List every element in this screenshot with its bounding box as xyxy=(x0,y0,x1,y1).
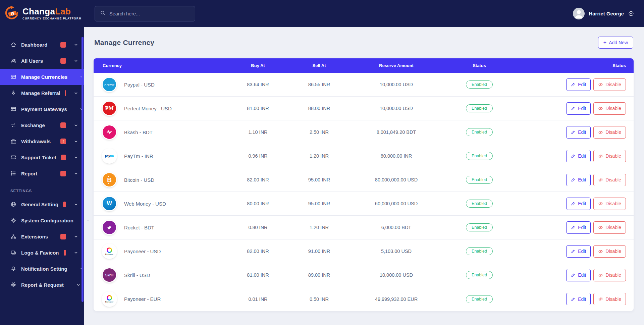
disable-button[interactable]: Disable xyxy=(593,245,626,258)
sidebar-nav: Dashboard All Users Manage Currencies Ma… xyxy=(0,37,84,181)
topbar: Harriet George xyxy=(84,0,644,27)
skrill-icon: Skrill xyxy=(103,268,116,282)
card-icon xyxy=(10,106,16,112)
disable-button[interactable]: Disable xyxy=(593,198,626,210)
sidebar-item-system-configuration[interactable]: System Configuration xyxy=(0,212,84,228)
sidebar-settings-nav: General Setting System Configuration Ext… xyxy=(0,196,84,293)
sidebar-item-dashboard[interactable]: Dashboard xyxy=(0,37,84,53)
currency-name: Bitcoin - USD xyxy=(124,177,154,183)
search-box[interactable] xyxy=(95,6,195,21)
disable-button[interactable]: Disable xyxy=(593,174,626,186)
disable-button[interactable]: Disable xyxy=(593,221,626,234)
table-row: Bkash - BDT 1.10 INR 2.50 INR 8,001,849.… xyxy=(94,120,634,144)
edit-button[interactable]: Edit xyxy=(566,102,591,115)
edit-button[interactable]: Edit xyxy=(566,126,591,139)
edit-button[interactable]: Edit xyxy=(566,221,591,234)
sidebar-item-manage-referral[interactable]: Manage Referral xyxy=(0,85,84,101)
currency-name: Payoneer - USD xyxy=(124,249,161,254)
table-row: Payoneer Payoneer - USD 82.00 INR 91.00 … xyxy=(94,239,634,263)
ticket-icon xyxy=(10,154,16,160)
sidebar-scrollbar[interactable] xyxy=(82,37,84,302)
sidebar-item-exchange[interactable]: Exchange xyxy=(0,117,84,133)
disable-button[interactable]: Disable xyxy=(593,293,626,305)
brand-tagline: CURRENCY EXCHANGE PLATFORM xyxy=(22,17,82,20)
status-badge: Enabled xyxy=(466,104,493,112)
eye-off-icon xyxy=(598,82,603,87)
sidebar-item-manage-currencies[interactable]: Manage Currencies xyxy=(0,69,84,85)
sidebar-item-general-setting[interactable]: General Setting xyxy=(0,196,84,212)
edit-button[interactable]: Edit xyxy=(566,174,591,186)
reserve-amount-value: 8,001,849.20 BDT xyxy=(350,129,442,135)
payoneer-icon: Payoneer xyxy=(103,245,116,258)
avatar xyxy=(573,8,585,19)
user-menu[interactable]: Harriet George xyxy=(573,8,634,19)
buy-at-value: 1.10 INR xyxy=(228,129,288,135)
status-badge: Enabled xyxy=(466,271,493,279)
sell-at-value: 0.50 INR xyxy=(288,296,350,302)
status-badge: Enabled xyxy=(466,223,493,231)
disable-button[interactable]: Disable xyxy=(593,150,626,162)
edit-button[interactable]: Edit xyxy=(566,78,591,91)
chevron-down-icon xyxy=(74,59,78,63)
eye-off-icon xyxy=(598,249,603,254)
referral-icon xyxy=(10,90,16,96)
sidebar-item-report-request[interactable]: Report & Request xyxy=(0,277,84,293)
sidebar-item-notification-setting[interactable]: Notification Setting xyxy=(0,261,84,277)
brand-name: ChangaLab xyxy=(22,7,82,16)
search-input[interactable] xyxy=(109,11,190,16)
bank-icon xyxy=(10,138,16,144)
disable-button[interactable]: Disable xyxy=(593,78,626,91)
bitcoin-icon: B xyxy=(103,173,116,186)
pencil-icon xyxy=(571,297,576,302)
pencil-icon xyxy=(571,82,576,87)
currency-name: Paypal - USD xyxy=(124,82,155,88)
alert-badge xyxy=(61,155,66,160)
paytm-icon: paytm xyxy=(103,149,116,163)
user-name: Harriet George xyxy=(589,11,624,16)
alert-badge xyxy=(63,202,66,207)
sidebar-item-payment-gateways[interactable]: Payment Gateways xyxy=(0,101,84,117)
table-row: paytm PayTm - INR 0.96 INR 1.20 INR 80,0… xyxy=(94,144,634,168)
plus-icon: + xyxy=(603,40,606,45)
home-icon xyxy=(10,42,16,48)
status-badge: Enabled xyxy=(466,80,493,89)
reserve-amount-value: 80,000,000.00 USD xyxy=(350,177,442,182)
disable-button[interactable]: Disable xyxy=(593,269,626,281)
edit-button[interactable]: Edit xyxy=(566,245,591,258)
edit-button[interactable]: Edit xyxy=(566,198,591,210)
status-badge: Enabled xyxy=(466,128,493,136)
sidebar-item-all-users[interactable]: All Users xyxy=(0,53,84,69)
edit-button[interactable]: Edit xyxy=(566,150,591,162)
image-icon xyxy=(10,250,16,256)
status-badge: Enabled xyxy=(466,247,493,255)
buy-at-value: 81.00 INR xyxy=(228,106,288,111)
alert-badge: ! xyxy=(60,139,66,144)
alert-badge xyxy=(60,234,66,239)
alert-badge xyxy=(60,42,66,48)
globe-icon xyxy=(10,201,16,207)
sell-at-value: 1.20 INR xyxy=(288,153,350,159)
sidebar-item-support-ticket[interactable]: Support Ticket xyxy=(0,149,84,165)
add-new-button[interactable]: + Add New xyxy=(598,37,633,49)
sidebar-item-extensions[interactable]: Extensions xyxy=(0,228,84,245)
brand-logo[interactable]: $ ChangaLab CURRENCY EXCHANGE PLATFORM xyxy=(0,0,84,27)
reserve-amount-value: 80,000.00 INR xyxy=(350,153,442,159)
webmoney-icon: W xyxy=(103,197,116,210)
table-row: Payoneer Payoneer - EUR 0.01 INR 0.50 IN… xyxy=(94,287,634,311)
chevron-down-icon xyxy=(74,91,78,95)
buy-at-value: 82.00 INR xyxy=(228,177,288,182)
main-content: Manage Currency + Add New CurrencyBuy At… xyxy=(84,27,644,325)
disable-button[interactable]: Disable xyxy=(593,126,626,139)
bug-icon xyxy=(10,282,16,288)
sidebar-item-logo-favicon[interactable]: Logo & Favicon xyxy=(0,245,84,261)
sell-at-value: 88.00 INR xyxy=(288,106,350,111)
sidebar-item-report[interactable]: Report xyxy=(0,165,84,181)
reserve-amount-value: 6,000.00 BDT xyxy=(350,225,442,230)
disable-button[interactable]: Disable xyxy=(593,102,626,115)
edit-button[interactable]: Edit xyxy=(566,293,591,305)
currency-name: Perfect Money - USD xyxy=(124,106,172,111)
bkash-icon xyxy=(103,125,116,139)
chevron-down-icon[interactable] xyxy=(628,11,634,16)
sidebar-item-withdrawals[interactable]: Withdrawals ! xyxy=(0,133,84,149)
edit-button[interactable]: Edit xyxy=(566,269,591,281)
